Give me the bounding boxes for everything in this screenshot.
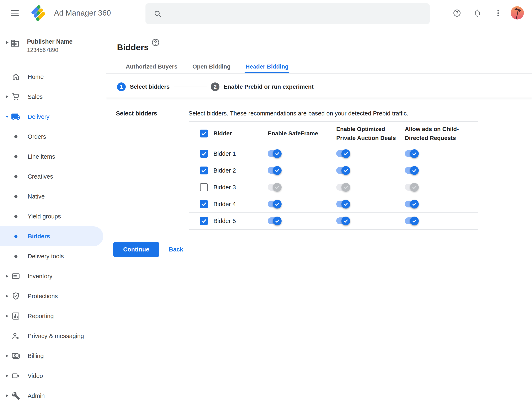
sidebar-item-native[interactable]: Native [0,187,105,206]
sidebar-item-label: Delivery tools [28,253,64,260]
sidebar-item-home[interactable]: Home [0,67,105,87]
more-vert-icon[interactable] [494,9,502,17]
privacy-icon [11,331,21,341]
section-divider [106,98,532,98]
help-icon[interactable] [453,9,461,17]
sidebar-item-protections[interactable]: Protections [0,286,105,306]
column-header-child-directed: Allow ads on Child-Directed Requests [405,125,461,142]
search-icon [153,9,162,18]
sidebar-item-sales[interactable]: Sales [0,87,105,107]
sidebar-item-label: Bidders [28,233,50,240]
sidebar-item-label: Native [28,193,45,200]
truck-icon [11,112,21,121]
sidebar-divider [0,60,105,60]
row-checkbox[interactable] [200,150,208,158]
step-1-circle: 1 [117,82,126,91]
bullet-icon [11,251,21,261]
row-checkbox[interactable] [200,217,208,225]
tab-bar: Authorized BuyersOpen BiddingHeader Bidd… [125,62,290,73]
sidebar-item-line-items[interactable]: Line items [0,147,105,166]
search-bar[interactable] [145,3,430,24]
safeframe-toggle[interactable] [268,149,281,158]
row-checkbox[interactable] [200,200,208,208]
child-directed-toggle[interactable] [405,200,419,209]
tab-header-bidding[interactable]: Header Bidding [244,62,290,73]
ad-manager-app: Ad Manager 360 [0,0,532,407]
bidder-name: Bidder 2 [213,167,236,174]
row-checkbox[interactable] [200,183,208,191]
menu-icon[interactable] [11,10,19,16]
step-2-circle: 2 [211,82,219,91]
step-1-label: Select bidders [130,84,169,90]
child-directed-toggle[interactable] [405,217,419,225]
sidebar-item-orders[interactable]: Orders [0,127,105,147]
safeframe-toggle[interactable] [268,200,281,209]
notifications-bell-icon[interactable] [473,9,482,17]
safeframe-toggle[interactable] [268,217,281,225]
inventory-icon [11,271,21,281]
sidebar-item-label: Creatives [28,173,53,180]
sidebar-item-bidders[interactable]: Bidders [0,226,103,246]
page-title: Bidders [117,43,149,52]
table-row-bidder-5: Bidder 5 [189,213,478,229]
sidebar-item-privacy-messaging[interactable]: Privacy & messaging [0,326,105,346]
sidebar-item-admin[interactable]: Admin [0,386,105,406]
sidebar-item-label: Line items [28,153,55,160]
step-connector [174,86,207,87]
safeframe-toggle[interactable] [268,183,281,192]
top-bar: Ad Manager 360 [0,0,532,27]
sidebar-item-label: Privacy & messaging [28,333,84,339]
collapse-down-icon [5,116,9,118]
search-input[interactable] [167,10,424,17]
select-all-checkbox[interactable] [200,130,208,137]
sidebar-item-reporting[interactable]: Reporting [0,306,105,326]
expand-right-icon [5,394,9,397]
publisher-selector[interactable]: Publisher Name 1234567890 [0,31,105,56]
sidebar-item-yield-groups[interactable]: Yield groups [0,206,105,226]
table-row-bidder-1: Bidder 1 [189,145,478,162]
optimized-deals-toggle[interactable] [336,217,350,225]
sidebar-item-delivery-tools[interactable]: Delivery tools [0,246,105,266]
bidder-name: Bidder 1 [213,150,236,157]
page-title-help-icon[interactable] [151,38,160,47]
sidebar: Publisher Name 1234567890 HomeSalesDeliv… [0,26,106,407]
publisher-name: Publisher Name [27,38,73,45]
publisher-id: 1234567890 [27,47,58,53]
table-row-bidder-2: Bidder 2 [189,162,478,179]
avatar[interactable] [511,6,524,20]
optimized-deals-toggle[interactable] [336,166,350,175]
optimized-deals-toggle[interactable] [336,149,350,158]
table-body: Bidder 1Bidder 2Bidder 3Bidder 4Bidder 5 [189,145,478,229]
sidebar-item-video[interactable]: Video [0,366,105,386]
home-icon [11,72,21,82]
child-directed-toggle[interactable] [405,166,419,175]
optimized-deals-toggle[interactable] [336,200,350,209]
bidder-name: Bidder 5 [213,218,236,225]
table-row-bidder-3: Bidder 3 [189,179,478,196]
ad-manager-logo [30,4,47,22]
optimized-deals-toggle[interactable] [336,183,350,192]
sidebar-item-inventory[interactable]: Inventory [0,266,105,286]
main-content: Bidders Authorized BuyersOpen BiddingHea… [106,26,532,407]
sidebar-item-label: Home [28,73,44,80]
table-description: Select bidders. These recommendations ar… [188,110,408,117]
step-2-label: Enable Prebid or run experiment [224,84,314,90]
column-header-safeframe: Enable SafeFrame [268,129,318,138]
bullet-icon [11,132,21,141]
sidebar-item-label: Protections [28,293,58,300]
child-directed-toggle[interactable] [405,149,419,158]
tab-authorized-buyers[interactable]: Authorized Buyers [125,62,178,73]
row-checkbox[interactable] [200,166,208,174]
safeframe-toggle[interactable] [268,166,281,175]
sidebar-item-creatives[interactable]: Creatives [0,166,105,187]
video-icon [11,371,21,381]
sidebar-item-label: Orders [28,133,46,140]
bullet-icon [11,152,21,161]
sidebar-item-delivery[interactable]: Delivery [0,107,105,127]
sidebar-item-billing[interactable]: Billing [0,346,105,366]
back-link[interactable]: Back [169,242,183,257]
tab-open-bidding[interactable]: Open Bidding [191,62,232,73]
continue-button[interactable]: Continue [113,242,159,257]
child-directed-toggle[interactable] [405,183,419,192]
expand-right-icon [6,41,8,44]
